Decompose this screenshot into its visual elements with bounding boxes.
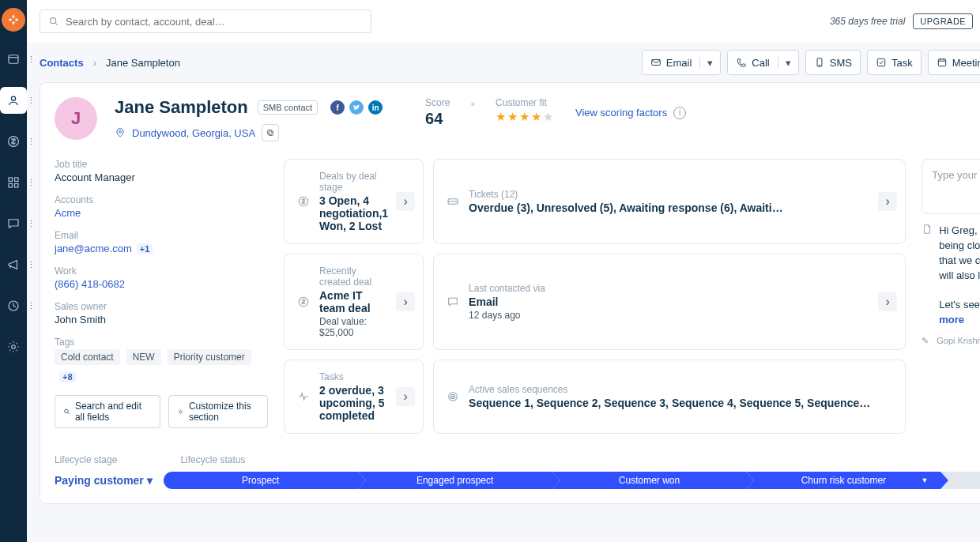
note-author: Gopi Krishna [937,336,980,345]
search-fields-button[interactable]: Search and edit all fields [55,395,160,428]
tag[interactable]: Cold contact [55,349,120,365]
contact-location[interactable]: Dundywood, Georgia, USA [132,127,255,139]
svg-point-8 [12,345,16,349]
view-all-notes[interactable]: View all notes [922,352,980,364]
sms-icon [814,57,825,68]
lifecycle-stage[interactable]: Churn risk customer▼ [746,472,940,489]
chevron-right-icon[interactable]: › [396,192,415,211]
tags-label: Tags [55,337,268,348]
search-icon [63,407,70,416]
customize-section-button[interactable]: Customize this section [168,395,268,428]
envelope-icon [650,57,662,68]
svg-point-27 [450,394,454,398]
breadcrumb: Contacts › Jane Sampleton [40,57,180,69]
lifecycle-stage[interactable]: Engaged prospect [358,472,552,489]
call-dropdown[interactable]: ▾ [778,57,798,69]
activity-icon [297,390,310,403]
score-label: Score [425,97,450,108]
nav-settings[interactable] [0,333,27,360]
ticket-icon [447,195,459,208]
note-input[interactable]: Type your note here… [922,159,980,214]
tags-more[interactable]: +8 [59,371,76,382]
sms-button[interactable]: SMS [805,50,861,75]
action-bar: Email▾ Call▾ SMS Task Meeting▾ Add deal▾… [642,50,980,75]
nav-marketing[interactable]: ⋮ [0,251,27,278]
info-icon[interactable]: i [673,107,686,119]
breadcrumb-root[interactable]: Contacts [40,57,84,69]
tasks-card[interactable]: Tasks2 overdue, 3 upcoming, 5 completed … [284,359,424,434]
note-icon [922,224,933,328]
nav-dashboard[interactable]: ⋮ [0,46,27,73]
email-more[interactable]: +1 [137,243,153,254]
job-title-label: Job title [55,159,268,170]
email-dropdown[interactable]: ▾ [699,57,720,69]
job-title-value: Account Manager [55,171,268,183]
last-contact-card[interactable]: Last contacted viaEmail12 days ago › [433,254,906,350]
calendar-icon [937,57,948,68]
svg-rect-4 [15,178,19,182]
task-button[interactable]: Task [867,50,922,75]
lifecycle-pipeline: Prospect Engaged prospect Customer won C… [164,472,980,489]
nav-reports[interactable]: ⋮ [0,292,27,319]
email-value[interactable]: jane@acme.com [55,243,132,254]
global-search-input[interactable] [66,16,363,28]
nav-contacts[interactable]: ⋮ [0,87,27,114]
nav-deals[interactable]: ⋮ [0,128,27,155]
twitter-icon[interactable] [349,100,364,115]
chevron-right-icon[interactable]: › [878,192,897,211]
upgrade-button[interactable]: UPGRADE [913,13,973,29]
email-label: Email [55,230,268,241]
lifecycle-stage[interactable]: Prospect [164,472,358,489]
svg-point-28 [452,396,453,397]
trial-text: 365 days free trial [830,16,905,27]
tickets-card[interactable]: Tickets (12)Overdue (3), Unresolved (5),… [433,159,906,244]
breadcrumb-current: Jane Sampleton [106,57,180,69]
scoring-factors-link[interactable]: View scoring factors [575,107,667,119]
note-body: Hi Greg, I think this deal is very close… [939,224,980,328]
tag[interactable]: NEW [126,349,161,365]
facebook-icon[interactable]: f [330,100,345,115]
lifecycle-stage-label: Lifecycle stage [55,454,117,465]
target-icon [447,390,459,403]
svg-point-1 [11,96,15,100]
lifecycle-stage-select[interactable]: Paying customer ▾ [55,474,153,487]
chevron-down-icon: ▼ [921,476,928,484]
sequences-card[interactable]: Active sales sequencesSequence 1, Sequen… [433,359,906,434]
svg-rect-6 [15,184,19,188]
fit-stars: ★★★★★ [496,110,555,124]
contact-type-chip: SMB contact [258,100,318,115]
tag[interactable]: Priority customer [168,349,251,365]
work-label: Work [55,265,268,277]
svg-rect-15 [877,58,884,66]
work-value[interactable]: (866) 418-0682 [55,278,125,290]
meeting-button[interactable]: Meeting▾ [928,50,980,75]
linkedin-icon[interactable]: in [368,100,383,115]
owner-label: Sales owner [55,301,268,312]
nav-conversations[interactable]: ⋮ [0,210,27,237]
global-search[interactable] [40,9,371,33]
chevron-right-icon[interactable]: › [396,292,415,311]
svg-rect-20 [268,130,273,135]
svg-rect-3 [9,178,13,182]
dollar-icon [297,195,310,208]
contact-name: Jane Sampleton [115,97,248,118]
accounts-label: Accounts [55,194,268,205]
call-button[interactable]: Call▾ [727,50,798,75]
location-icon [115,127,126,138]
gear-icon [177,407,184,416]
task-icon [876,57,887,68]
accounts-value[interactable]: Acme [55,207,81,219]
email-button[interactable]: Email▾ [642,50,722,75]
svg-rect-16 [938,59,945,66]
search-icon [48,16,59,27]
deals-card[interactable]: Deals by deal stage3 Open, 4 negotiation… [284,159,424,244]
chat-icon [447,295,459,308]
chevron-right-icon[interactable]: › [878,292,897,311]
chevron-right-icon[interactable]: › [396,387,415,406]
lifecycle-stage[interactable]: Customer won [552,472,747,489]
topbar: 365 days free trial UPGRADE [27,0,980,43]
owner-value: John Smith [55,314,268,326]
recent-deal-card[interactable]: Recently created dealAcme IT team dealDe… [284,254,424,350]
copy-icon[interactable] [262,124,279,141]
nav-products[interactable]: ⋮ [0,169,27,196]
